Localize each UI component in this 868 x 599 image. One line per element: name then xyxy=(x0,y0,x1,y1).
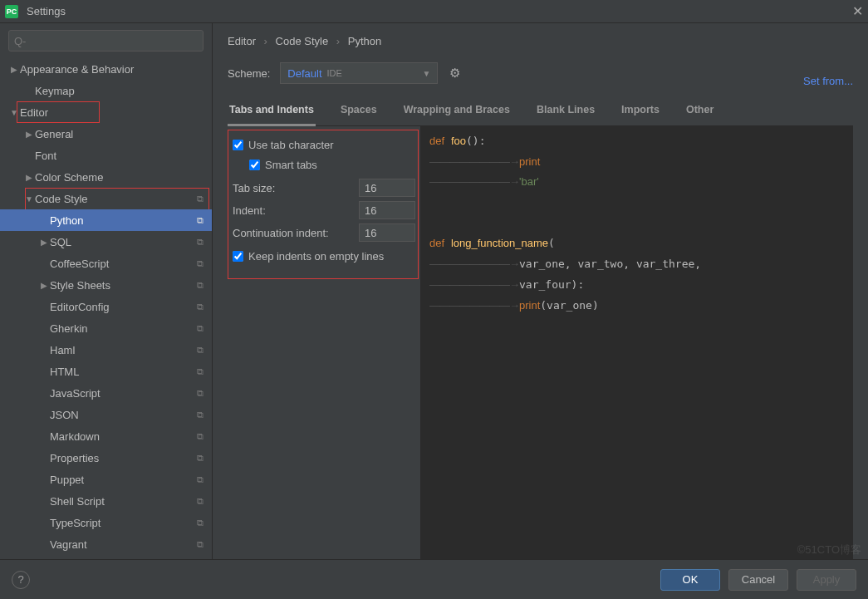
indent-input[interactable] xyxy=(359,201,415,219)
chevron-right-icon: › xyxy=(264,35,267,47)
tree-item-label: Editor xyxy=(20,106,204,119)
close-icon[interactable]: ✕ xyxy=(852,3,863,19)
tree-item-label: Style Sheets xyxy=(50,279,197,292)
arrow-icon: ▶ xyxy=(23,173,35,182)
arrow-icon: ▶ xyxy=(38,281,50,290)
tree-item-shell-script[interactable]: Shell Script⧉ xyxy=(0,490,212,512)
copy-icon: ⧉ xyxy=(197,215,204,226)
tab-spaces[interactable]: Spaces xyxy=(339,99,379,125)
tree-item-label: HTML xyxy=(50,366,197,378)
scheme-select[interactable]: Default IDE ▼ xyxy=(280,62,438,84)
tree-item-markdown[interactable]: Markdown⧉ xyxy=(0,425,212,447)
keep-empty-row[interactable]: Keep indents on empty lines xyxy=(233,246,415,266)
scheme-label: Scheme: xyxy=(228,67,270,80)
tree-item-appearance-behavior[interactable]: ▶Appearance & Behavior xyxy=(0,58,212,80)
tree-item-label: Python xyxy=(50,214,197,227)
keep-empty-checkbox[interactable] xyxy=(233,251,243,262)
tree-item-label: Gherkin xyxy=(50,322,197,335)
arrow-icon: ▶ xyxy=(23,130,35,139)
tree-item-label: Vagrant xyxy=(50,538,197,551)
use-tab-label: Use tab character xyxy=(248,139,334,151)
scheme-tag: IDE xyxy=(327,68,342,78)
copy-icon: ⧉ xyxy=(197,366,204,377)
copy-icon: ⧉ xyxy=(197,496,204,507)
tree-item-javascript[interactable]: JavaScript⧉ xyxy=(0,382,212,404)
indent-label: Indent: xyxy=(233,204,359,217)
tree-item-coffeescript[interactable]: CoffeeScript⧉ xyxy=(0,253,212,274)
tree-item-python[interactable]: Python⧉ xyxy=(0,209,212,231)
sidebar: ▶Appearance & BehaviorKeymap▼Editor▶Gene… xyxy=(0,23,213,559)
breadcrumb-item: Python xyxy=(348,35,381,47)
arrow-icon: ▶ xyxy=(38,238,50,247)
breadcrumb: Editor › Code Style › Python xyxy=(228,35,853,47)
tree-item-properties[interactable]: Properties⧉ xyxy=(0,447,212,469)
tree-item-label: General xyxy=(35,128,204,140)
tree-item-general[interactable]: ▶General xyxy=(0,123,212,145)
ok-button[interactable]: OK xyxy=(660,569,720,591)
tree-item-sql[interactable]: ▶SQL⧉ xyxy=(0,231,212,253)
copy-icon: ⧉ xyxy=(197,323,204,334)
chevron-down-icon: ▼ xyxy=(422,69,430,78)
smart-tabs-row[interactable]: Smart tabs xyxy=(233,155,415,174)
arrow-icon: ▶ xyxy=(8,65,20,74)
search-input[interactable] xyxy=(8,30,204,52)
tree-item-label: SQL xyxy=(50,236,197,248)
content-pane: Editor › Code Style › Python Scheme: Def… xyxy=(213,23,868,559)
tree-item-editor[interactable]: ▼Editor xyxy=(0,101,212,123)
tree-item-haml[interactable]: Haml⧉ xyxy=(0,339,212,361)
tab-blank-lines[interactable]: Blank Lines xyxy=(535,99,596,125)
tree-item-json[interactable]: JSON⧉ xyxy=(0,404,212,425)
use-tab-checkbox[interactable] xyxy=(233,140,243,150)
breadcrumb-item[interactable]: Editor xyxy=(228,35,256,47)
tab-size-input[interactable] xyxy=(359,179,415,197)
tree-item-label: Keymap xyxy=(35,85,204,97)
tree-item-typescript[interactable]: TypeScript⧉ xyxy=(0,512,212,533)
arrow-icon: ▼ xyxy=(23,194,35,204)
tree-item-label: Puppet xyxy=(50,474,197,486)
indent-settings: Use tab character Smart tabs Tab size: I… xyxy=(228,126,420,559)
gear-icon[interactable]: ⚙ xyxy=(449,66,460,81)
apply-button[interactable]: Apply xyxy=(797,569,856,591)
tab-tabs-and-indents[interactable]: Tabs and Indents xyxy=(228,99,316,126)
tree-item-style-sheets[interactable]: ▶Style Sheets⧉ xyxy=(0,274,212,296)
set-from-link[interactable]: Set from... xyxy=(803,75,853,87)
tree-item-code-style[interactable]: ▼Code Style⧉ xyxy=(0,188,212,209)
settings-tree[interactable]: ▶Appearance & BehaviorKeymap▼Editor▶Gene… xyxy=(0,58,212,559)
tabs: Tabs and IndentsSpacesWrapping and Brace… xyxy=(228,99,853,126)
cont-indent-input[interactable] xyxy=(359,223,415,242)
copy-icon: ⧉ xyxy=(197,410,204,420)
tree-item-gherkin[interactable]: Gherkin⧉ xyxy=(0,317,212,339)
smart-tabs-checkbox[interactable] xyxy=(249,160,260,170)
copy-icon: ⧉ xyxy=(197,258,204,269)
tree-item-label: Font xyxy=(35,150,204,162)
titlebar: PC Settings ✕ xyxy=(0,0,868,23)
copy-icon: ⧉ xyxy=(197,345,204,356)
tree-item-label: Markdown xyxy=(50,430,197,443)
breadcrumb-item[interactable]: Code Style xyxy=(276,35,329,47)
copy-icon: ⧉ xyxy=(197,194,204,204)
tree-item-label: CoffeeScript xyxy=(50,258,197,270)
tree-item-label: EditorConfig xyxy=(50,301,197,313)
tree-item-color-scheme[interactable]: ▶Color Scheme xyxy=(0,166,212,188)
chevron-right-icon: › xyxy=(336,35,340,47)
tree-item-font[interactable]: Font xyxy=(0,145,212,166)
tree-item-label: Haml xyxy=(50,344,197,356)
arrow-icon: ▼ xyxy=(8,108,20,117)
help-button[interactable]: ? xyxy=(12,571,30,589)
copy-icon: ⧉ xyxy=(197,431,204,442)
tree-item-html[interactable]: HTML⧉ xyxy=(0,361,212,382)
copy-icon: ⧉ xyxy=(197,539,204,550)
copy-icon: ⧉ xyxy=(197,280,204,291)
tab-imports[interactable]: Imports xyxy=(620,99,661,125)
tree-item-keymap[interactable]: Keymap xyxy=(0,80,212,101)
tree-item-editorconfig[interactable]: EditorConfig⧉ xyxy=(0,296,212,317)
copy-icon: ⧉ xyxy=(197,453,204,464)
cancel-button[interactable]: Cancel xyxy=(728,569,788,591)
footer: ? OK Cancel Apply xyxy=(0,559,868,599)
cont-indent-label: Continuation indent: xyxy=(233,227,359,239)
tab-other[interactable]: Other xyxy=(684,99,715,125)
use-tab-row[interactable]: Use tab character xyxy=(233,135,415,155)
tree-item-vagrant[interactable]: Vagrant⧉ xyxy=(0,533,212,555)
tab-wrapping-and-braces[interactable]: Wrapping and Braces xyxy=(402,99,512,125)
tree-item-puppet[interactable]: Puppet⧉ xyxy=(0,469,212,490)
